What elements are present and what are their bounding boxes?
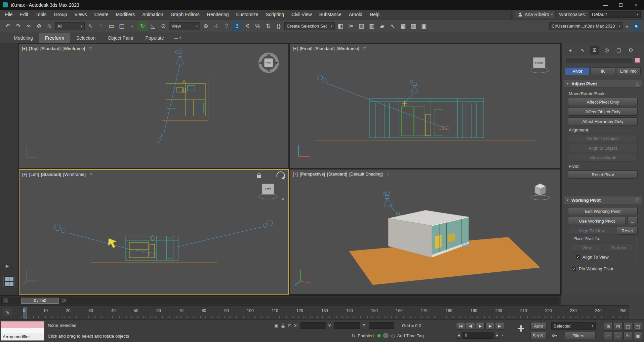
schematic-view-icon[interactable]: ▩: [398, 21, 408, 31]
maximize-button[interactable]: ☐: [613, 0, 629, 10]
orbit-icon[interactable]: ↻: [623, 332, 632, 340]
reset-working-pivot-button[interactable]: Reset: [617, 227, 638, 235]
mini-curve-editor-button[interactable]: ∿: [3, 308, 12, 317]
rectangular-selection-icon[interactable]: ▭: [106, 21, 116, 31]
utilities-tab-icon[interactable]: ⚙: [626, 46, 636, 54]
mirror-icon[interactable]: ◧: [335, 21, 346, 31]
menu-edit[interactable]: Edit: [16, 10, 32, 19]
unlink-selection-icon[interactable]: ⊘: [34, 21, 44, 31]
viewport-display-menu[interactable]: [Standard]: [327, 172, 347, 177]
viewport-display-menu[interactable]: [Standard]: [40, 46, 61, 51]
macro-recorder-line[interactable]: [1, 321, 44, 328]
modify-tab-icon[interactable]: ∿: [578, 46, 587, 54]
viewport-display-menu[interactable]: [Standard]: [41, 172, 61, 177]
menu-create[interactable]: Create: [90, 10, 112, 19]
select-and-move-icon[interactable]: +: [127, 21, 137, 31]
viewport-pov-menu[interactable]: [Perspective]: [300, 172, 325, 177]
display-tab-icon[interactable]: ▢: [614, 46, 623, 54]
tab-pivot[interactable]: Pivot: [565, 67, 590, 75]
edit-selection-sets-icon[interactable]: {}: [274, 21, 284, 31]
motion-tab-icon[interactable]: ◎: [602, 46, 611, 54]
viewport-plus-menu[interactable]: [+]: [22, 172, 27, 177]
viewcube-left[interactable]: LEFT: [259, 184, 284, 200]
maximize-viewport-icon[interactable]: ▣: [633, 332, 642, 340]
next-frame-button[interactable]: |▶: [485, 322, 494, 330]
time-slider-next-button[interactable]: >: [61, 298, 67, 304]
play-button[interactable]: ▶: [476, 322, 485, 330]
previous-frame-button[interactable]: ◀|: [466, 322, 475, 330]
affect-hierarchy-only-button[interactable]: Affect Hierarchy Only: [568, 117, 638, 125]
zoom-icon[interactable]: ⊕: [604, 322, 613, 331]
svg-text:N[interactable]: N: [268, 53, 270, 57]
viewport-left-canvas[interactable]: LEFT: [19, 170, 288, 294]
time-slider-prev-button[interactable]: <: [3, 298, 9, 304]
select-and-place-icon[interactable]: ⊙: [158, 21, 168, 31]
user-account-button[interactable]: Ana Ribeiro ▾: [515, 11, 556, 18]
menu-views[interactable]: Views: [71, 10, 90, 19]
working-pivot-rollout-header[interactable]: ▼ Working Pivot: [564, 196, 642, 204]
menu-arnold[interactable]: Arnold: [345, 10, 366, 19]
menu-graph-editors[interactable]: Graph Editors: [167, 10, 203, 19]
current-frame-field[interactable]: 0: [462, 332, 493, 339]
absolute-mode-icon[interactable]: ⊡: [288, 323, 291, 328]
redo-icon[interactable]: ↷: [13, 21, 23, 31]
frame-spin-down-button[interactable]: ◀: [456, 332, 461, 339]
y-field[interactable]: [334, 322, 360, 329]
viewport-layout-grid-button[interactable]: [3, 276, 15, 287]
viewport-front-canvas[interactable]: FRONT: [290, 44, 560, 168]
viewport-plus-menu[interactable]: [+]: [293, 172, 298, 177]
pin-working-pivot-checkbox[interactable]: ✓: [572, 267, 576, 271]
menu-help[interactable]: Help: [366, 10, 383, 19]
spinner-snap-icon[interactable]: ⇅: [263, 21, 273, 31]
camera-objects[interactable]: [54, 220, 273, 254]
hierarchy-tab-icon[interactable]: ⊞: [590, 46, 599, 54]
viewport-shading-menu[interactable]: [Wireframe]: [336, 46, 359, 51]
viewport-perspective[interactable]: [+][Perspective][Standard][Default Shadi…: [290, 169, 561, 295]
viewport-pov-menu[interactable]: [Top]: [29, 46, 38, 51]
menu-substance[interactable]: Substance: [316, 10, 345, 19]
viewport-plus-menu[interactable]: [+]: [293, 46, 298, 51]
object-name-field[interactable]: [566, 57, 633, 63]
menu-tools[interactable]: Tools: [32, 10, 50, 19]
window-crossing-icon[interactable]: ◫: [117, 21, 127, 31]
use-working-pivot-button[interactable]: Use Working Pivot: [568, 217, 626, 225]
tab-link-info[interactable]: Link Info: [616, 67, 641, 75]
viewcube-compass[interactable]: N W E S TOP: [259, 53, 278, 73]
zoom-extents-all-icon[interactable]: ◳: [633, 322, 642, 331]
tab-freeform[interactable]: Freeform: [39, 33, 70, 43]
select-object-icon[interactable]: ↖: [85, 21, 95, 31]
named-selection-set-dropdown[interactable]: Create Selection Set ▾: [284, 22, 335, 30]
viewport-left[interactable]: LEFT: [19, 169, 289, 295]
select-and-scale-icon[interactable]: ◺: [148, 21, 158, 31]
viewport-pov-menu[interactable]: [Front]: [300, 46, 313, 51]
tab-modeling[interactable]: Modeling: [8, 33, 39, 43]
select-and-manipulate-icon[interactable]: ⊹: [211, 21, 221, 31]
close-button[interactable]: ×: [629, 0, 644, 10]
menu-animation[interactable]: Animation: [138, 10, 167, 19]
time-slider-grip[interactable]: 0 / 250: [21, 298, 59, 304]
viewport-display-menu[interactable]: [Standard]: [314, 46, 334, 51]
viewport-funnel-icon[interactable]: ▽: [387, 172, 390, 176]
bind-to-space-warp-icon[interactable]: ≋: [44, 21, 54, 31]
viewport-funnel-icon[interactable]: ▽: [89, 47, 92, 50]
add-time-tag-button[interactable]: Add Time Tag: [397, 333, 424, 338]
menu-modifiers[interactable]: Modifiers: [112, 10, 138, 19]
progressive-display-icon[interactable]: ↻: [352, 333, 355, 338]
keyboard-override-icon[interactable]: ⇧: [222, 21, 232, 31]
viewport-funnel-icon[interactable]: ▽: [90, 173, 92, 176]
z-field[interactable]: [369, 322, 394, 329]
go-to-start-button[interactable]: |◀: [456, 322, 465, 330]
go-to-end-button[interactable]: ▶|: [495, 322, 504, 330]
viewport-perspective-canvas[interactable]: [290, 169, 560, 294]
undo-icon[interactable]: ↶: [3, 21, 13, 31]
rendered-frame-icon[interactable]: ▣: [419, 21, 429, 31]
reset-pivot-button[interactable]: Reset Pivot: [568, 170, 638, 179]
key-filters-icon[interactable]: [552, 334, 558, 338]
zoom-extents-icon[interactable]: ◱: [623, 322, 632, 331]
svg-text:W[interactable]: W: [259, 61, 262, 65]
viewcube-face-label[interactable]: TOP: [266, 62, 271, 64]
new-key-filter-dropdown[interactable]: Selected ▾: [551, 322, 596, 330]
layout-tabs-expand-button[interactable]: ▶: [6, 264, 9, 268]
reference-coordinate-dropdown[interactable]: View ▾: [169, 22, 200, 30]
select-by-name-icon[interactable]: ≡: [96, 21, 106, 31]
